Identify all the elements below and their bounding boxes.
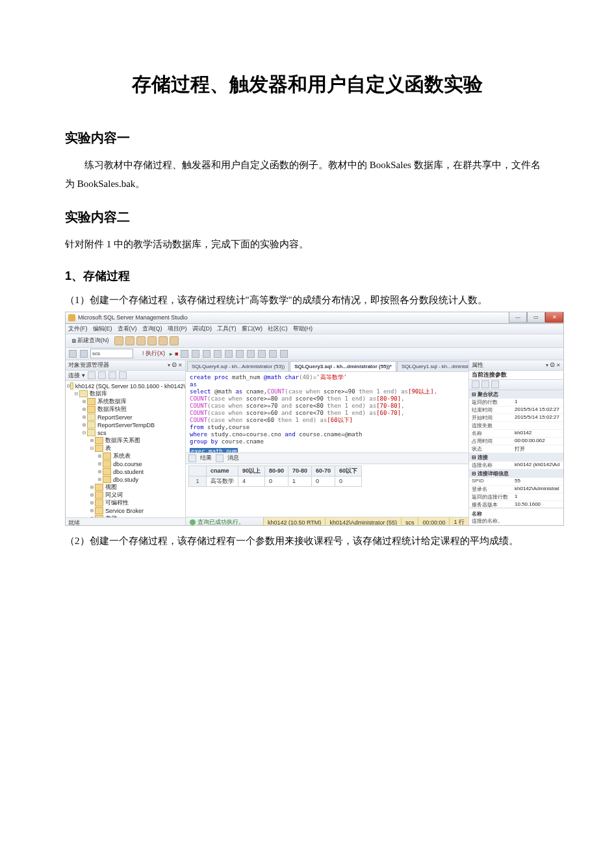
minimize-button[interactable]: — [509, 312, 527, 323]
tree-node[interactable]: ⊞dbo.student [66, 468, 185, 476]
tree-node[interactable]: ⊞系统数据库 [66, 398, 185, 406]
menu-item[interactable]: 编辑(E) [93, 325, 112, 333]
object-explorer-toolbar[interactable]: 连接 ▾ [66, 371, 185, 381]
object-explorer-header[interactable]: 对象资源管理器 ▾ ⮿ ✕ [66, 360, 185, 371]
prop-row[interactable]: 返回的连接行数1 [469, 493, 563, 501]
toolbar-main[interactable]: 🗎 新建查询(N) [66, 334, 563, 348]
column-header[interactable] [189, 465, 207, 476]
menu-item[interactable]: 帮助(H) [293, 325, 313, 333]
prop-category[interactable]: ⊟ 聚合状态 [469, 390, 563, 399]
menu-bar[interactable]: 文件(F)编辑(E)查看(V)查询(Q)项目(P)调试(D)工具(T)窗口(W)… [66, 324, 563, 334]
toolbar-icon[interactable] [147, 336, 157, 345]
prop-row[interactable]: 服务器版本10.50.1600 [469, 501, 563, 508]
toolbar-icon[interactable] [192, 350, 199, 358]
props-icon[interactable] [491, 380, 499, 388]
tree-node[interactable]: ⊞同义词 [66, 491, 185, 499]
editor-tab[interactable]: SQLQuery3.sql - kh...dministrator (55))* [290, 361, 396, 371]
toolbar-icon[interactable] [125, 336, 134, 345]
tree-node[interactable]: ⊟数据库 [66, 390, 185, 398]
tree-node[interactable]: ⊞ReportServer [66, 414, 185, 421]
tree-node[interactable]: ⊞可编程性 [66, 499, 185, 507]
tree-node[interactable]: ⊞dbo.study [66, 476, 185, 484]
panel-controls[interactable]: ▾ ⮿ ✕ [546, 362, 561, 368]
properties-grid[interactable]: ⊟ 聚合状态返回的行数1结束时间2015/5/14 15:02:27开始时间20… [469, 390, 563, 508]
properties-toolbar[interactable] [469, 380, 563, 390]
prop-row[interactable]: 连接名称kh0142 (kh0142\Ad [469, 462, 563, 469]
tree-node[interactable]: ⊞ReportServerTempDB [66, 421, 185, 429]
alphabetize-icon[interactable] [481, 380, 489, 388]
prop-row[interactable]: 名称kh0142 [469, 430, 563, 438]
toolbar-icon[interactable] [203, 350, 211, 358]
object-tree[interactable]: ⊟ kh0142 (SQL Server 10.50.1600 - kh0142… [66, 381, 185, 517]
prop-row[interactable]: 连接失败 [469, 422, 563, 430]
database-dropdown[interactable]: scs [90, 349, 133, 358]
column-header[interactable]: 80-90 [265, 465, 288, 476]
prop-row[interactable]: 结束时间2015/5/14 15:02:27 [469, 406, 563, 414]
tree-node[interactable]: ⊟表 [66, 445, 185, 453]
menu-item[interactable]: 调试(D) [192, 325, 212, 333]
menu-item[interactable]: 查看(V) [118, 325, 137, 333]
tab-messages[interactable]: 消息 [227, 454, 239, 462]
toolbar-icon[interactable] [236, 350, 244, 358]
connect-button[interactable]: 连接 ▾ [68, 371, 85, 380]
column-header[interactable]: cname [207, 465, 238, 476]
menu-item[interactable]: 项目(P) [168, 325, 187, 333]
prop-row[interactable]: SPID55 [469, 478, 563, 486]
prop-category[interactable]: ⊟ 连接 [469, 453, 563, 462]
tree-node[interactable]: ⊞数据库快照 [66, 406, 185, 414]
panel-controls[interactable]: ▾ ⮿ ✕ [168, 362, 183, 368]
column-header[interactable]: 60-70 [312, 465, 335, 476]
toolbar-icon[interactable] [159, 336, 168, 345]
column-header[interactable]: 60以下 [335, 465, 362, 476]
tree-node[interactable]: ⊞系统表 [66, 453, 185, 460]
toolbar-icon[interactable] [258, 350, 266, 358]
new-query-button[interactable]: 🗎 新建查询(N) [68, 336, 112, 346]
toolbar-icon[interactable] [88, 371, 96, 379]
properties-header[interactable]: 属性 ▾ ⮿ ✕ [469, 360, 563, 371]
toolbar-icon[interactable] [69, 350, 77, 358]
tree-node[interactable]: ⊞dbo.course [66, 460, 185, 468]
prop-category[interactable]: ⊟ 连接详细信息 [469, 469, 563, 478]
toolbar-icon[interactable] [225, 350, 233, 358]
prop-row[interactable]: 状态打开 [469, 445, 563, 453]
categorize-icon[interactable] [472, 380, 480, 388]
code-editor[interactable]: create proc math_num @math char(40)='高等数… [186, 372, 468, 453]
results-tabs[interactable]: 结果 消息 [186, 453, 468, 464]
prop-row[interactable]: 返回的行数1 [469, 399, 563, 406]
tree-node[interactable]: ⊞视图 [66, 484, 185, 491]
toolbar-icon[interactable] [80, 350, 88, 358]
column-header[interactable]: 70-80 [288, 465, 312, 476]
tree-node[interactable]: ⊞数据库关系图 [66, 437, 185, 445]
window-titlebar[interactable]: Microsoft SQL Server Management Studio —… [66, 312, 563, 324]
toolbar-icon[interactable] [214, 350, 222, 358]
toolbar-icon[interactable] [119, 371, 127, 379]
toolbar-icon[interactable] [181, 350, 188, 358]
toolbar-icon[interactable] [247, 350, 255, 358]
toolbar-icon[interactable] [98, 371, 106, 379]
prop-row[interactable]: 登录名kh0142\Administrat [469, 486, 563, 493]
toolbar-icon[interactable] [269, 350, 277, 358]
menu-item[interactable]: 工具(T) [217, 325, 237, 333]
menu-item[interactable]: 查询(Q) [142, 325, 162, 333]
prop-row[interactable]: 占用时间00:00:00.062 [469, 438, 563, 445]
maximize-button[interactable]: ▭ [527, 312, 545, 323]
tree-node[interactable]: ⊟scs [66, 429, 185, 437]
results-grid[interactable]: cname90以上80-9070-8060-7060以下 1高等数学40100 [186, 464, 468, 517]
toolbar-icon[interactable] [114, 336, 123, 345]
toolbar-icon[interactable] [136, 336, 146, 345]
menu-item[interactable]: 社区(C) [268, 325, 288, 333]
properties-object[interactable]: 当前连接参数 [469, 371, 563, 380]
editor-tab[interactable]: SQLQuery4.sql - kh...Administrator (53)) [187, 361, 289, 371]
toolbar-icon[interactable] [280, 350, 288, 358]
tree-node[interactable]: ⊞Service Broker [66, 507, 185, 515]
table-row[interactable]: 1高等数学40100 [189, 476, 362, 486]
close-button[interactable]: ✕ [545, 312, 563, 323]
toolbar-icon[interactable] [170, 336, 179, 345]
tree-server-node[interactable]: ⊟ kh0142 (SQL Server 10.50.1600 - kh0142… [66, 382, 185, 390]
prop-row[interactable]: 开始时间2015/5/14 15:02:27 [469, 414, 563, 422]
menu-item[interactable]: 文件(F) [68, 325, 88, 333]
menu-item[interactable]: 窗口(W) [242, 325, 263, 333]
toolbar-icon[interactable] [109, 371, 116, 379]
toolbar-sql[interactable]: scs ! 执行(X) ▸ ■ [66, 348, 563, 360]
column-header[interactable]: 90以上 [238, 465, 265, 476]
